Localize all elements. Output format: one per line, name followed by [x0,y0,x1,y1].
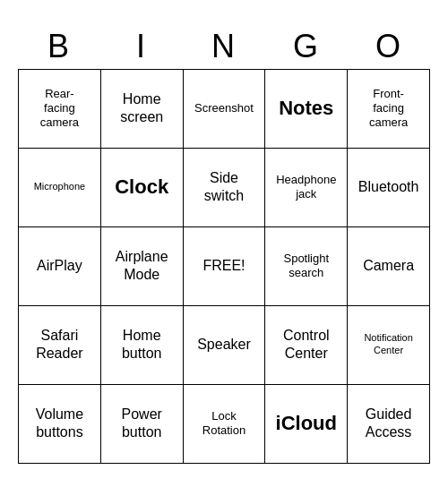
bingo-cell: iCloud [265,385,348,464]
cell-text: FREE! [202,257,245,275]
bingo-cell: Side switch [184,149,266,227]
bingo-cell: Lock Rotation [184,385,266,464]
cell-text: Front- facing camera [369,87,408,131]
bingo-cell: Airplane Mode [101,227,184,306]
cell-text: Power button [122,406,162,441]
bingo-cell: Notification Center [348,306,430,385]
bingo-cell: Speaker [184,306,266,385]
bingo-header: BINGO [18,24,430,69]
bingo-grid: Rear- facing cameraHome screenScreenshot… [18,69,430,464]
cell-text: Camera [363,257,414,275]
bingo-cell: Camera [348,227,430,306]
bingo-cell: Notes [265,70,348,149]
cell-text: Side switch [204,169,244,205]
cell-text: Control Center [283,327,330,363]
cell-text: AirPlay [37,257,82,275]
cell-text: iCloud [276,411,337,436]
bingo-card: BINGO Rear- facing cameraHome screenScre… [18,24,430,464]
bingo-cell: Power button [101,385,184,464]
cell-text: Bluetooth [358,178,419,196]
bingo-cell: Spotlight search [265,227,348,306]
bingo-cell: Guided Access [348,385,430,464]
cell-text: Home screen [120,90,163,126]
bingo-cell: Bluetooth [348,149,430,227]
bingo-cell: Control Center [265,306,348,385]
bingo-cell: Screenshot [184,70,266,149]
bingo-cell: Home button [101,306,184,385]
cell-text: Safari Reader [36,327,82,363]
header-letter: O [348,24,430,69]
bingo-cell: AirPlay [19,227,101,306]
bingo-cell: Home screen [101,70,184,149]
bingo-cell: Clock [101,149,184,227]
cell-text: Rear- facing camera [40,87,79,131]
cell-text: Clock [115,175,168,200]
cell-text: Airplane Mode [116,248,168,284]
header-letter: I [100,24,183,69]
cell-text: Home button [122,327,161,363]
cell-text: Spotlight search [283,252,329,281]
header-letter: B [18,24,100,69]
bingo-cell: Safari Reader [19,306,101,385]
header-letter: G [265,24,348,69]
bingo-cell: Volume buttons [19,385,101,464]
header-letter: N [183,24,265,69]
cell-text: Notes [279,96,333,121]
cell-text: Lock Rotation [202,409,246,439]
cell-text: Notification Center [364,332,412,357]
bingo-cell: Rear- facing camera [19,70,101,149]
cell-text: Volume buttons [36,406,83,441]
cell-text: Guided Access [366,406,412,441]
cell-text: Headphone jack [276,173,336,202]
bingo-cell: Front- facing camera [348,70,430,149]
bingo-cell: Microphone [19,149,101,227]
cell-text: Speaker [197,336,251,354]
cell-text: Screenshot [194,101,254,115]
bingo-cell: FREE! [184,227,266,306]
cell-text: Microphone [34,181,85,193]
bingo-cell: Headphone jack [265,149,348,227]
